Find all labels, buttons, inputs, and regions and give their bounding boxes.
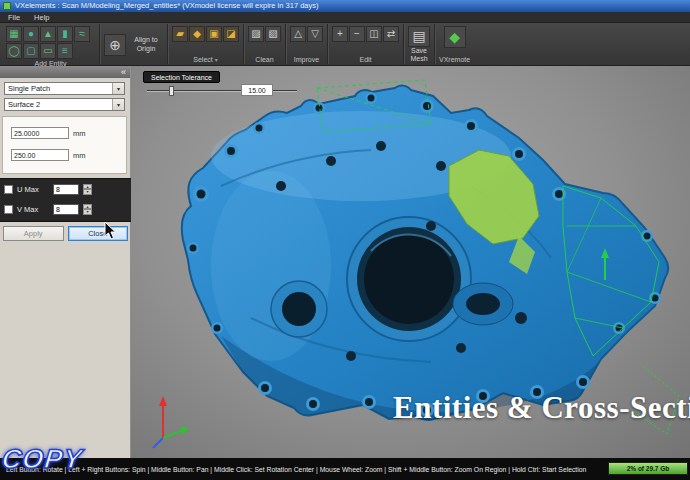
chevron-down-icon: ▾ [112, 99, 124, 110]
u-max-stepper[interactable]: ▴▾ [83, 184, 92, 195]
surface-value: Surface 2 [8, 100, 40, 109]
memory-usage-indicator: 2% of 29.7 Gb [608, 462, 688, 475]
selection-tolerance-value[interactable] [241, 84, 273, 96]
toolbar-label-edit: Edit [332, 55, 399, 63]
surface-dropdown[interactable]: Surface 2 ▾ [4, 98, 125, 111]
u-max-row: U Max ▴▾ [0, 179, 131, 199]
backface-select-icon[interactable]: ◪ [223, 26, 239, 42]
slot-icon[interactable]: ▢ [23, 43, 39, 59]
v-max-stepper[interactable]: ▴▾ [83, 204, 92, 215]
menu-bar: File Help [0, 12, 690, 23]
selection-tolerance-slider[interactable] [147, 90, 297, 92]
uv-parameters-box: U Max ▴▾ V Max ▴▾ [0, 178, 131, 222]
mouse-cursor [104, 221, 118, 241]
toolbar-group-add-entity: ▦ ● ▲ ▮ ≈ ◯ ▢ ▭ ≡ Add Entity [2, 24, 100, 64]
memory-usage-text: 2% of 29.7 Gb [627, 465, 670, 472]
step-down-icon[interactable]: ▾ [83, 209, 92, 215]
panel-header: « [0, 66, 130, 78]
remove-geometry-icon[interactable]: − [349, 26, 365, 42]
entity-type-dropdown[interactable]: Single Patch ▾ [4, 82, 125, 95]
v-max-checkbox[interactable] [4, 205, 13, 214]
sphere-icon[interactable]: ● [23, 26, 39, 42]
chevron-down-icon: ▾ [215, 57, 218, 63]
vxelements-label: VXremote [439, 55, 470, 63]
add-geometry-icon[interactable]: + [332, 26, 348, 42]
save-mesh-icon[interactable]: ▤ [408, 26, 430, 47]
toolbar-group-save-mesh[interactable]: ▤ Save Mesh [404, 24, 435, 64]
width-field[interactable] [11, 149, 69, 161]
mouse-hints: Left Button: Rotate | Left + Right Butto… [6, 466, 586, 473]
circle-icon[interactable]: ◯ [6, 43, 22, 59]
axis-triad-icon [153, 396, 189, 448]
u-max-field[interactable] [53, 184, 79, 195]
menu-file[interactable]: File [8, 13, 20, 22]
slider-handle[interactable] [169, 86, 174, 96]
u-max-checkbox[interactable] [4, 185, 13, 194]
selection-tolerance-label: Selection Tolerance [143, 71, 220, 83]
ribbon-toolbar: ▦ ● ▲ ▮ ≈ ◯ ▢ ▭ ≡ Add Entity ⊕ Align to … [0, 23, 690, 66]
toolbar-label-clean: Clean [248, 55, 281, 63]
model-body[interactable] [182, 86, 669, 421]
chevron-down-icon: ▾ [112, 83, 124, 94]
width-unit-label: mm [73, 151, 86, 160]
brush-select-icon[interactable]: ▰ [172, 26, 188, 42]
freeform-icon[interactable]: ≈ [74, 26, 90, 42]
save-mesh-label: Save Mesh [410, 47, 427, 63]
apply-button[interactable]: Apply [3, 226, 64, 241]
close-button[interactable]: Close [68, 226, 129, 241]
title-bar[interactable]: VXelements : Scan M/Modeling_Merged_enti… [0, 0, 690, 12]
lasso-select-icon[interactable]: ◆ [189, 26, 205, 42]
cone-icon[interactable]: ▲ [40, 26, 56, 42]
entity-type-value: Single Patch [8, 84, 50, 93]
v-max-label: V Max [17, 205, 49, 214]
align-origin-icon[interactable]: ⊕ [104, 34, 126, 56]
selection-tolerance-panel: Selection Tolerance [141, 69, 316, 99]
menu-help[interactable]: Help [34, 13, 49, 22]
remove-isolated-icon[interactable]: ▨ [248, 26, 264, 42]
bridge-icon[interactable]: ◫ [366, 26, 382, 42]
toolbar-label-improve: Improve [290, 55, 323, 63]
toolbar-group-edit: + − ◫ ⇄ Edit [328, 24, 404, 64]
viewport-3d[interactable]: Selection Tolerance Entities & Cross-Sec… [131, 66, 690, 458]
rectangle-icon[interactable]: ▭ [40, 43, 56, 59]
toolbar-group-clean: ▨ ▧ Clean [244, 24, 286, 64]
dimensions-groupbox: mm mm [2, 116, 127, 174]
application-window: VXelements : Scan M/Modeling_Merged_enti… [0, 0, 690, 480]
toolbar-group-select: ▰ ◆ ▣ ◪ Select ▾ [168, 24, 244, 64]
remove-spikes-icon[interactable]: ▧ [265, 26, 281, 42]
cylinder-icon[interactable]: ▮ [57, 26, 73, 42]
toolbar-group-align-origin[interactable]: ⊕ Align to Origin [100, 24, 168, 64]
u-max-label: U Max [17, 185, 49, 194]
plane-icon[interactable]: ▦ [6, 26, 22, 42]
v-max-field[interactable] [53, 204, 79, 215]
vxelements-icon[interactable]: ◆ [444, 26, 466, 48]
overlay-caption: Entities & Cross-Sections [393, 390, 690, 426]
left-panel: « Single Patch ▾ Surface 2 ▾ mm mm U Max [0, 66, 131, 458]
toolbar-group-improve: △ ▽ Improve [286, 24, 328, 64]
rectangle-select-icon[interactable]: ▣ [206, 26, 222, 42]
copy-watermark: COPY [0, 444, 84, 475]
surface-stack-icon[interactable]: ≡ [57, 43, 73, 59]
toolbar-label-select[interactable]: Select ▾ [172, 55, 239, 63]
align-origin-label: Align to Origin [129, 36, 163, 52]
decimate-icon[interactable]: ▽ [307, 26, 323, 42]
step-down-icon[interactable]: ▾ [83, 189, 92, 195]
flip-normals-icon[interactable]: ⇄ [383, 26, 399, 42]
collapse-panel-icon[interactable]: « [121, 67, 126, 77]
status-bar: Left Button: Rotate | Left + Right Butto… [0, 458, 690, 480]
smooth-mesh-icon[interactable]: △ [290, 26, 306, 42]
app-icon [3, 2, 11, 10]
toolbar-group-vxelements[interactable]: ◆ VXremote [435, 24, 474, 64]
length-unit-label: mm [73, 129, 86, 138]
v-max-row: V Max ▴▾ [0, 199, 131, 219]
length-field[interactable] [11, 127, 69, 139]
window-title: VXelements : Scan M/Modeling_Merged_enti… [15, 1, 318, 10]
